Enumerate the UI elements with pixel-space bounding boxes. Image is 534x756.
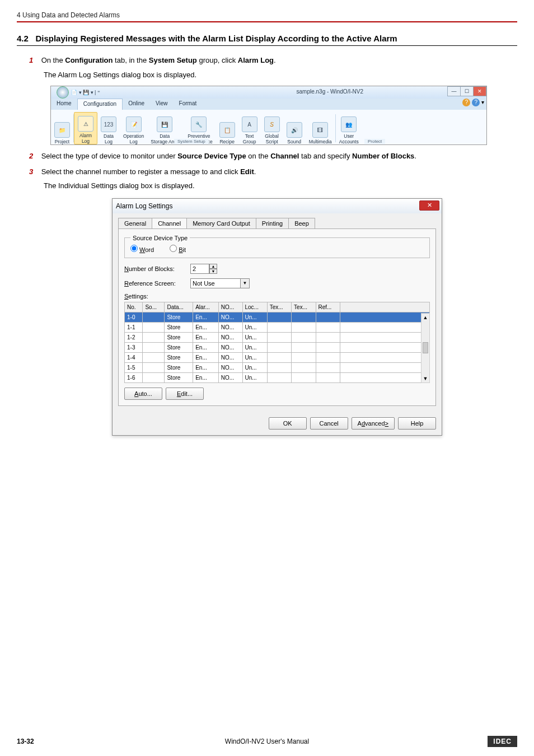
th-so[interactable]: So... — [143, 302, 165, 312]
scroll-down-icon[interactable]: ▼ — [423, 376, 428, 381]
cell-empty — [340, 372, 430, 382]
cell-empty — [316, 362, 340, 372]
ribbon-item-operation-log[interactable]: 📝 Operation Log — [120, 112, 147, 144]
ribbon-item-data-log[interactable]: 123 Data Log — [97, 112, 120, 144]
help-button[interactable]: Help — [398, 417, 436, 430]
cell-no2: NO... — [218, 342, 242, 352]
tab-online[interactable]: Online — [123, 99, 150, 110]
tab-format[interactable]: Format — [174, 99, 203, 110]
settings-table-wrap: No. So... Data... Alar... NO... Loc... T… — [124, 302, 430, 383]
combo-ref-screen[interactable]: ▼ — [190, 278, 250, 288]
label-ref-screen: Reference Screen: — [124, 280, 186, 287]
cell-empty — [316, 372, 340, 382]
dialog-tab-general[interactable]: General — [118, 218, 152, 228]
cell-empty — [267, 352, 291, 362]
edit-button[interactable]: Edit... — [166, 388, 204, 400]
th-tex2[interactable]: Tex... — [292, 302, 316, 312]
th-no[interactable]: No. — [125, 302, 143, 312]
scroll-thumb[interactable] — [423, 342, 428, 353]
dialog-tab-channel[interactable]: Channel — [152, 218, 187, 228]
dialog-close-button[interactable]: ✕ — [419, 200, 439, 211]
cell-so — [143, 362, 165, 372]
alarm-log-icon: ⚠ — [78, 116, 93, 132]
th-ref[interactable]: Ref... — [316, 302, 340, 312]
cell-no: 1-2 — [125, 332, 143, 342]
th-no2[interactable]: NO... — [218, 302, 242, 312]
scrollbar[interactable]: ▲ ▼ — [421, 313, 430, 383]
tab-home[interactable]: Home — [51, 99, 77, 110]
cell-empty — [267, 312, 291, 322]
radio-word-input[interactable] — [130, 245, 138, 252]
table-row[interactable]: 1-2StoreEn...NO...Un... — [125, 332, 430, 342]
dialog-tab-memory[interactable]: Memory Card Output — [186, 218, 256, 228]
data-log-icon: 123 — [101, 116, 116, 132]
radio-bit[interactable]: Bit — [170, 245, 186, 253]
chevron-down-icon[interactable]: ▼ — [241, 278, 250, 288]
spin-up-icon[interactable]: ▲ — [209, 264, 217, 269]
close-button[interactable]: ✕ — [473, 86, 486, 96]
cell-no: 1-5 — [125, 362, 143, 372]
cell-empty — [267, 342, 291, 352]
table-row[interactable]: 1-4StoreEn...NO...Un... — [125, 352, 430, 362]
th-tex1[interactable]: Tex... — [267, 302, 291, 312]
ribbon-item-alarm-log[interactable]: ⚠ Alarm Log — [74, 112, 97, 144]
ribbon-item-sound[interactable]: 🔊 Sound — [283, 112, 306, 144]
quick-access-toolbar[interactable]: 📄 ▾ 💾 ▾ | ⁼ — [71, 90, 100, 95]
dialog-tab-printing[interactable]: Printing — [256, 218, 289, 228]
app-orb-icon[interactable] — [57, 86, 69, 99]
ribbon-item-recipe[interactable]: 📋 Recipe — [216, 112, 238, 144]
spin-down-icon[interactable]: ▼ — [209, 269, 217, 274]
cell-loc: Un... — [242, 362, 267, 372]
cell-data: Store — [165, 352, 193, 362]
ribbon-item-project[interactable]: 📁 Project — [51, 112, 73, 144]
tab-view[interactable]: View — [150, 99, 174, 110]
step-2: 2 Select the type of device to monitor u… — [44, 151, 512, 162]
table-row[interactable]: 1-5StoreEn...NO...Un... — [125, 362, 430, 372]
radio-bit-input[interactable] — [170, 245, 177, 252]
dialog-footer: OK Cancel Advanced > Help — [113, 412, 442, 435]
cell-empty — [292, 322, 316, 332]
minimize-button[interactable]: — — [447, 86, 461, 96]
ribbon-screenshot: 📄 ▾ 💾 ▾ | ⁼ sample.n3g - WindO/I-NV2 — ☐… — [50, 86, 487, 145]
label-num-blocks: Number of Blocks: — [124, 265, 186, 272]
ref-screen-input[interactable] — [190, 278, 241, 288]
tab-configuration[interactable]: Configuration — [77, 99, 123, 110]
ribbon-item-text-group[interactable]: A Text Group — [238, 112, 261, 144]
ribbon-item-user-accounts[interactable]: 👥 User Accounts — [336, 112, 362, 144]
ribbon-item-global-script[interactable]: S Global Script — [261, 112, 283, 144]
num-blocks-input[interactable] — [190, 264, 209, 274]
auto-button[interactable]: Auto... — [124, 388, 162, 400]
ribbon-help-icons[interactable]: ? ? ▾ — [462, 99, 484, 106]
th-loc[interactable]: Loc... — [242, 302, 267, 312]
step-3-desc: The Individual Settings dialog box is di… — [44, 180, 512, 192]
cell-alar: En... — [193, 322, 219, 332]
table-row[interactable]: 1-6StoreEn...NO...Un... — [125, 372, 430, 382]
table-row[interactable]: 1-0StoreEn...NO...Un... — [125, 312, 430, 322]
dialog-tabs: General Channel Memory Card Output Print… — [118, 218, 436, 228]
cell-alar: En... — [193, 342, 219, 352]
th-data[interactable]: Data... — [165, 302, 193, 312]
bold-number-of-blocks: Number of Blocks — [352, 152, 414, 160]
table-row[interactable]: 1-1StoreEn...NO...Un... — [125, 322, 430, 332]
th-alar[interactable]: Alar... — [193, 302, 219, 312]
cell-data: Store — [165, 362, 193, 372]
step-number: 1 — [29, 55, 39, 66]
header-rule — [17, 21, 517, 22]
ribbon-item-multimedia[interactable]: 🎞 Multimedia — [306, 112, 335, 144]
alarm-log-settings-dialog: Alarm Log Settings ✕ General Channel Mem… — [112, 198, 442, 436]
cell-empty — [316, 322, 340, 332]
dialog-tab-beep[interactable]: Beep — [288, 218, 315, 228]
radio-word[interactable]: Word — [130, 245, 154, 253]
ok-button[interactable]: OK — [269, 417, 307, 430]
section-heading-text: Displaying Registered Messages with the … — [35, 34, 397, 43]
cell-data: Store — [165, 332, 193, 342]
cell-empty — [340, 312, 430, 322]
cell-empty — [340, 332, 430, 342]
settings-table[interactable]: No. So... Data... Alar... NO... Loc... T… — [124, 302, 430, 383]
advanced-button[interactable]: Advanced > — [352, 417, 395, 430]
table-row[interactable]: 1-3StoreEn...NO...Un... — [125, 342, 430, 352]
cancel-button[interactable]: Cancel — [310, 417, 348, 430]
maximize-button[interactable]: ☐ — [460, 86, 474, 96]
scroll-up-icon[interactable]: ▲ — [423, 315, 428, 320]
spin-num-blocks[interactable]: ▲▼ — [190, 264, 217, 274]
